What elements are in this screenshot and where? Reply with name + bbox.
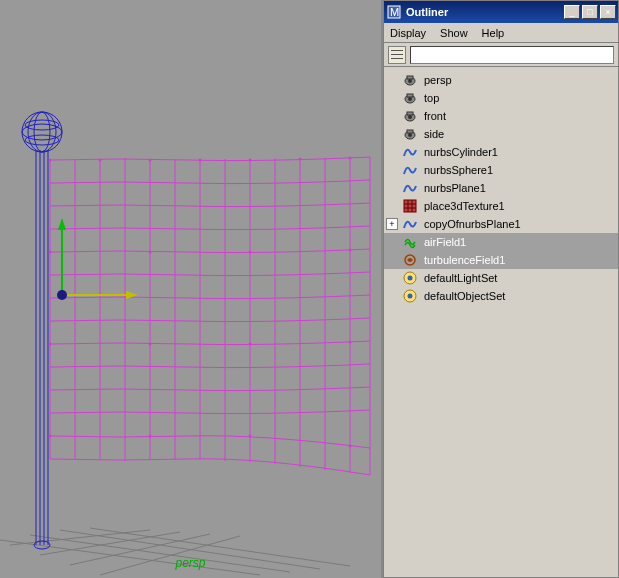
camera-icon xyxy=(402,90,418,106)
svg-point-35 xyxy=(149,159,152,162)
maximize-button[interactable]: □ xyxy=(582,5,598,19)
svg-point-39 xyxy=(349,157,352,160)
expand-toggle xyxy=(386,272,398,284)
expand-toggle xyxy=(386,110,398,122)
outliner-tree[interactable]: persptopfrontsidenurbsCylinder1nurbsSphe… xyxy=(384,67,618,577)
outliner-item-airField1[interactable]: airField1 xyxy=(384,233,618,251)
item-label: turbulenceField1 xyxy=(424,254,505,266)
nurbs-icon xyxy=(402,180,418,196)
outliner-item-front[interactable]: front xyxy=(384,107,618,125)
svg-point-43 xyxy=(349,249,352,252)
svg-point-61 xyxy=(408,79,412,83)
svg-rect-66 xyxy=(407,112,413,115)
svg-point-78 xyxy=(408,276,413,281)
svg-point-16 xyxy=(28,112,56,152)
svg-point-80 xyxy=(408,294,413,299)
svg-point-44 xyxy=(49,343,52,346)
scene-canvas xyxy=(0,0,383,578)
svg-point-41 xyxy=(149,251,152,254)
viewport-label: persp xyxy=(175,556,205,570)
svg-point-17 xyxy=(25,120,59,130)
outliner-item-top[interactable]: top xyxy=(384,89,618,107)
nurbs-icon xyxy=(402,162,418,178)
item-label: nurbsCylinder1 xyxy=(424,146,498,158)
outliner-item-place3dTexture1[interactable]: place3dTexture1 xyxy=(384,197,618,215)
item-label: persp xyxy=(424,74,452,86)
item-label: top xyxy=(424,92,439,104)
svg-point-38 xyxy=(299,158,302,161)
svg-point-42 xyxy=(249,251,252,254)
svg-point-37 xyxy=(249,159,252,162)
tex-icon xyxy=(402,198,418,214)
svg-point-15 xyxy=(34,112,50,152)
svg-point-40 xyxy=(49,251,52,254)
item-label: side xyxy=(424,128,444,140)
svg-rect-71 xyxy=(404,200,416,212)
window-title: Outliner xyxy=(406,6,564,18)
svg-point-34 xyxy=(99,159,102,162)
svg-point-70 xyxy=(408,133,412,137)
svg-rect-69 xyxy=(407,130,413,133)
expand-toggle xyxy=(386,200,398,212)
outliner-item-defaultObjectSet[interactable]: defaultObjectSet xyxy=(384,287,618,305)
outliner-item-defaultLightSet[interactable]: defaultLightSet xyxy=(384,269,618,287)
search-input[interactable] xyxy=(410,46,614,64)
svg-text:M: M xyxy=(390,6,399,18)
toolbar xyxy=(384,43,618,67)
expand-toggle xyxy=(386,128,398,140)
nurbs-icon xyxy=(402,216,418,232)
svg-point-47 xyxy=(349,341,352,344)
expand-toggle xyxy=(386,290,398,302)
minimize-button[interactable]: _ xyxy=(564,5,580,19)
svg-line-4 xyxy=(0,540,260,575)
field-turb-icon xyxy=(402,252,418,268)
item-label: defaultLightSet xyxy=(424,272,497,284)
outliner-item-persp[interactable]: persp xyxy=(384,71,618,89)
outliner-item-turbulenceField1[interactable]: turbulenceField1 xyxy=(384,251,618,269)
svg-rect-63 xyxy=(407,94,413,97)
outliner-window: M Outliner _ □ × Display Show Help persp… xyxy=(383,0,619,578)
svg-line-1 xyxy=(40,532,180,555)
camera-icon xyxy=(402,126,418,142)
expand-toggle xyxy=(386,164,398,176)
menu-help[interactable]: Help xyxy=(482,27,505,39)
set-icon xyxy=(402,270,418,286)
svg-line-0 xyxy=(10,530,150,545)
viewport-3d[interactable]: persp xyxy=(0,0,383,578)
expand-toggle xyxy=(386,236,398,248)
list-mode-icon[interactable] xyxy=(388,46,406,64)
expand-toggle xyxy=(386,74,398,86)
outliner-item-copyOfnurbsPlane1[interactable]: +copyOfnurbsPlane1 xyxy=(384,215,618,233)
svg-point-51 xyxy=(349,445,352,448)
camera-icon xyxy=(402,108,418,124)
item-label: nurbsPlane1 xyxy=(424,182,486,194)
expand-toggle xyxy=(386,182,398,194)
outliner-item-side[interactable]: side xyxy=(384,125,618,143)
outliner-item-nurbsPlane1[interactable]: nurbsPlane1 xyxy=(384,179,618,197)
expand-toggle[interactable]: + xyxy=(386,218,398,230)
menu-show[interactable]: Show xyxy=(440,27,468,39)
expand-toggle xyxy=(386,92,398,104)
outliner-item-nurbsSphere1[interactable]: nurbsSphere1 xyxy=(384,161,618,179)
svg-point-56 xyxy=(57,290,67,300)
svg-line-7 xyxy=(90,528,350,566)
app-icon: M xyxy=(386,4,402,20)
svg-point-64 xyxy=(408,97,412,101)
item-label: airField1 xyxy=(424,236,466,248)
svg-rect-60 xyxy=(407,76,413,79)
svg-point-50 xyxy=(249,435,252,438)
item-label: place3dTexture1 xyxy=(424,200,505,212)
svg-point-36 xyxy=(199,159,202,162)
svg-line-5 xyxy=(30,535,290,572)
menu-display[interactable]: Display xyxy=(390,27,426,39)
svg-point-33 xyxy=(49,159,52,162)
close-button[interactable]: × xyxy=(600,5,616,19)
titlebar[interactable]: M Outliner _ □ × xyxy=(384,1,618,23)
outliner-item-nurbsCylinder1[interactable]: nurbsCylinder1 xyxy=(384,143,618,161)
svg-point-48 xyxy=(49,435,52,438)
item-label: defaultObjectSet xyxy=(424,290,505,302)
menubar: Display Show Help xyxy=(384,23,618,43)
item-label: front xyxy=(424,110,446,122)
svg-point-46 xyxy=(249,343,252,346)
svg-point-45 xyxy=(149,343,152,346)
